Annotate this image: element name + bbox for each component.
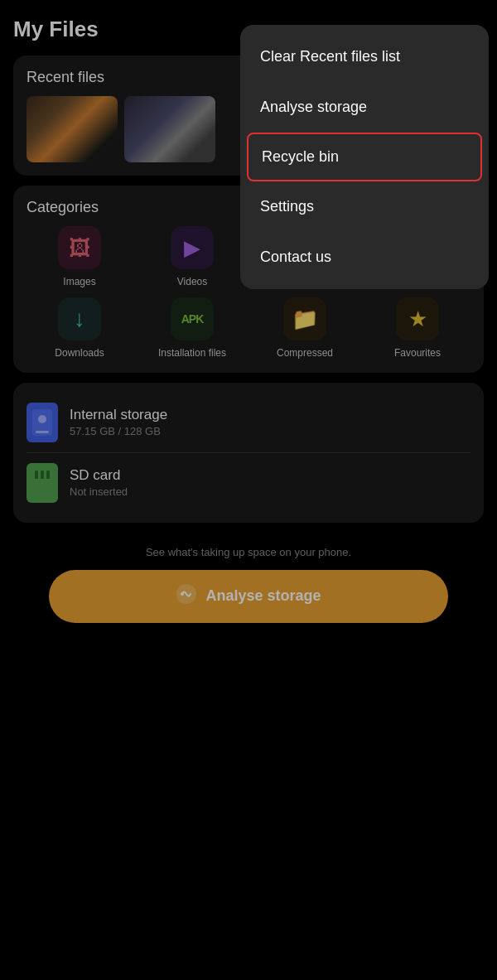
menu-item-analyse-storage[interactable]: Analyse storage <box>240 82 489 133</box>
menu-item-clear-recent[interactable]: Clear Recent files list <box>240 31 489 82</box>
menu-item-contact-us[interactable]: Contact us <box>240 232 489 282</box>
menu-item-settings[interactable]: Settings <box>240 181 489 232</box>
dropdown-menu: Clear Recent files list Analyse storage … <box>240 25 489 289</box>
menu-item-recycle-bin[interactable]: Recycle bin <box>247 133 482 181</box>
